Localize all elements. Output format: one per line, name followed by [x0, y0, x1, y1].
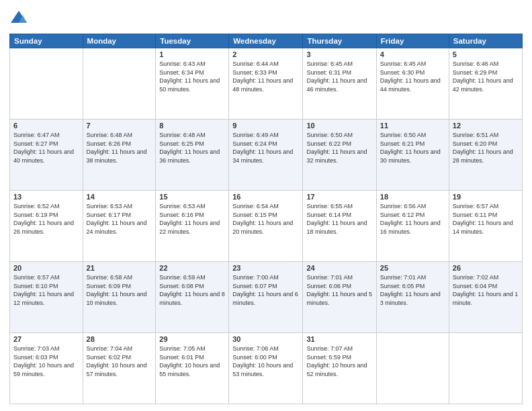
day-number: 6	[13, 122, 79, 130]
day-detail: Sunrise: 6:54 AM Sunset: 6:15 PM Dayligh…	[232, 202, 299, 236]
day-detail: Sunrise: 6:44 AM Sunset: 6:33 PM Dayligh…	[232, 60, 299, 93]
calendar-cell: 8Sunrise: 6:48 AM Sunset: 6:25 PM Daylig…	[156, 120, 229, 191]
day-of-week-header: Wednesday	[229, 34, 303, 48]
day-detail: Sunrise: 6:45 AM Sunset: 6:30 PM Dayligh…	[380, 60, 445, 93]
day-number: 17	[306, 193, 372, 201]
day-number: 19	[453, 193, 519, 201]
day-of-week-header: Sunday	[10, 34, 83, 48]
calendar-cell: 29Sunrise: 7:05 AM Sunset: 6:01 PM Dayli…	[156, 333, 229, 404]
calendar-cell	[83, 48, 156, 120]
day-number: 28	[87, 335, 152, 343]
day-number: 3	[306, 50, 372, 58]
day-number: 29	[159, 335, 225, 343]
day-detail: Sunrise: 7:01 AM Sunset: 6:05 PM Dayligh…	[380, 273, 445, 307]
day-number: 23	[232, 264, 299, 272]
day-detail: Sunrise: 6:56 AM Sunset: 6:12 PM Dayligh…	[380, 202, 445, 236]
day-detail: Sunrise: 6:52 AM Sunset: 6:19 PM Dayligh…	[13, 202, 79, 236]
day-detail: Sunrise: 6:50 AM Sunset: 6:21 PM Dayligh…	[380, 131, 445, 165]
calendar-cell: 21Sunrise: 6:58 AM Sunset: 6:09 PM Dayli…	[83, 262, 156, 333]
day-detail: Sunrise: 7:02 AM Sunset: 6:04 PM Dayligh…	[453, 273, 519, 307]
calendar-cell: 19Sunrise: 6:57 AM Sunset: 6:11 PM Dayli…	[449, 191, 522, 262]
day-number: 5	[453, 50, 519, 58]
logo-icon	[9, 9, 28, 28]
calendar-cell: 22Sunrise: 6:59 AM Sunset: 6:08 PM Dayli…	[156, 262, 229, 333]
day-number: 18	[380, 193, 445, 201]
day-detail: Sunrise: 7:05 AM Sunset: 6:01 PM Dayligh…	[159, 345, 225, 378]
calendar-cell	[376, 333, 449, 404]
day-number: 26	[453, 264, 519, 272]
day-detail: Sunrise: 6:49 AM Sunset: 6:24 PM Dayligh…	[232, 131, 299, 165]
day-number: 20	[13, 264, 79, 272]
day-number: 27	[13, 335, 79, 343]
calendar-cell	[10, 48, 83, 120]
calendar-cell: 6Sunrise: 6:47 AM Sunset: 6:27 PM Daylig…	[10, 120, 83, 191]
day-number: 14	[87, 193, 152, 201]
calendar-cell: 18Sunrise: 6:56 AM Sunset: 6:12 PM Dayli…	[376, 191, 449, 262]
day-number: 11	[380, 122, 445, 130]
day-detail: Sunrise: 6:48 AM Sunset: 6:26 PM Dayligh…	[87, 131, 152, 165]
calendar-cell: 17Sunrise: 6:55 AM Sunset: 6:14 PM Dayli…	[303, 191, 376, 262]
day-detail: Sunrise: 6:59 AM Sunset: 6:08 PM Dayligh…	[159, 273, 225, 307]
day-number: 16	[232, 193, 299, 201]
day-of-week-header: Tuesday	[156, 34, 229, 48]
day-number: 22	[159, 264, 225, 272]
day-detail: Sunrise: 6:55 AM Sunset: 6:14 PM Dayligh…	[306, 202, 372, 236]
day-of-week-header: Thursday	[303, 34, 376, 48]
calendar-cell: 14Sunrise: 6:53 AM Sunset: 6:17 PM Dayli…	[83, 191, 156, 262]
calendar-cell: 12Sunrise: 6:51 AM Sunset: 6:20 PM Dayli…	[449, 120, 522, 191]
day-detail: Sunrise: 7:06 AM Sunset: 6:00 PM Dayligh…	[232, 345, 299, 378]
day-detail: Sunrise: 7:04 AM Sunset: 6:02 PM Dayligh…	[87, 345, 152, 378]
calendar-cell: 30Sunrise: 7:06 AM Sunset: 6:00 PM Dayli…	[229, 333, 303, 404]
calendar-week-row: 20Sunrise: 6:57 AM Sunset: 6:10 PM Dayli…	[10, 262, 523, 333]
day-detail: Sunrise: 7:00 AM Sunset: 6:07 PM Dayligh…	[232, 273, 299, 307]
day-detail: Sunrise: 6:50 AM Sunset: 6:22 PM Dayligh…	[306, 131, 372, 165]
calendar-cell: 15Sunrise: 6:53 AM Sunset: 6:16 PM Dayli…	[156, 191, 229, 262]
calendar-cell: 7Sunrise: 6:48 AM Sunset: 6:26 PM Daylig…	[83, 120, 156, 191]
day-detail: Sunrise: 7:01 AM Sunset: 6:06 PM Dayligh…	[306, 273, 372, 307]
calendar-cell: 16Sunrise: 6:54 AM Sunset: 6:15 PM Dayli…	[229, 191, 303, 262]
day-detail: Sunrise: 6:45 AM Sunset: 6:31 PM Dayligh…	[306, 60, 372, 93]
day-detail: Sunrise: 6:43 AM Sunset: 6:34 PM Dayligh…	[159, 60, 225, 93]
calendar-cell: 11Sunrise: 6:50 AM Sunset: 6:21 PM Dayli…	[376, 120, 449, 191]
day-number: 7	[87, 122, 152, 130]
day-number: 31	[306, 335, 372, 343]
calendar-cell: 27Sunrise: 7:03 AM Sunset: 6:03 PM Dayli…	[10, 333, 83, 404]
day-detail: Sunrise: 6:51 AM Sunset: 6:20 PM Dayligh…	[453, 131, 519, 165]
day-number: 4	[380, 50, 445, 58]
logo	[9, 9, 31, 28]
header	[9, 7, 523, 28]
day-number: 2	[232, 50, 299, 58]
day-detail: Sunrise: 6:47 AM Sunset: 6:27 PM Dayligh…	[13, 131, 79, 165]
day-detail: Sunrise: 6:57 AM Sunset: 6:11 PM Dayligh…	[453, 202, 519, 236]
day-number: 10	[306, 122, 372, 130]
calendar-cell: 26Sunrise: 7:02 AM Sunset: 6:04 PM Dayli…	[449, 262, 522, 333]
calendar-cell: 10Sunrise: 6:50 AM Sunset: 6:22 PM Dayli…	[303, 120, 376, 191]
day-number: 24	[306, 264, 372, 272]
calendar-cell: 20Sunrise: 6:57 AM Sunset: 6:10 PM Dayli…	[10, 262, 83, 333]
day-number: 9	[232, 122, 299, 130]
calendar-table: SundayMondayTuesdayWednesdayThursdayFrid…	[9, 34, 523, 404]
calendar-cell: 25Sunrise: 7:01 AM Sunset: 6:05 PM Dayli…	[376, 262, 449, 333]
day-detail: Sunrise: 6:58 AM Sunset: 6:09 PM Dayligh…	[87, 273, 152, 307]
calendar-cell: 28Sunrise: 7:04 AM Sunset: 6:02 PM Dayli…	[83, 333, 156, 404]
calendar-cell: 2Sunrise: 6:44 AM Sunset: 6:33 PM Daylig…	[229, 48, 303, 120]
calendar-cell: 1Sunrise: 6:43 AM Sunset: 6:34 PM Daylig…	[156, 48, 229, 120]
day-detail: Sunrise: 6:53 AM Sunset: 6:16 PM Dayligh…	[159, 202, 225, 236]
day-number: 21	[87, 264, 152, 272]
day-detail: Sunrise: 7:03 AM Sunset: 6:03 PM Dayligh…	[13, 345, 79, 378]
day-number: 30	[232, 335, 299, 343]
calendar-week-row: 13Sunrise: 6:52 AM Sunset: 6:19 PM Dayli…	[10, 191, 523, 262]
calendar-cell: 23Sunrise: 7:00 AM Sunset: 6:07 PM Dayli…	[229, 262, 303, 333]
day-detail: Sunrise: 6:46 AM Sunset: 6:29 PM Dayligh…	[453, 60, 519, 93]
page: SundayMondayTuesdayWednesdayThursdayFrid…	[0, 0, 532, 411]
calendar-cell: 24Sunrise: 7:01 AM Sunset: 6:06 PM Dayli…	[303, 262, 376, 333]
day-detail: Sunrise: 7:07 AM Sunset: 5:59 PM Dayligh…	[306, 345, 372, 378]
calendar-week-row: 27Sunrise: 7:03 AM Sunset: 6:03 PM Dayli…	[10, 333, 523, 404]
day-number: 15	[159, 193, 225, 201]
calendar-cell: 13Sunrise: 6:52 AM Sunset: 6:19 PM Dayli…	[10, 191, 83, 262]
day-detail: Sunrise: 6:53 AM Sunset: 6:17 PM Dayligh…	[87, 202, 152, 236]
day-number: 13	[13, 193, 79, 201]
day-number: 8	[159, 122, 225, 130]
calendar-cell: 3Sunrise: 6:45 AM Sunset: 6:31 PM Daylig…	[303, 48, 376, 120]
calendar-cell: 9Sunrise: 6:49 AM Sunset: 6:24 PM Daylig…	[229, 120, 303, 191]
